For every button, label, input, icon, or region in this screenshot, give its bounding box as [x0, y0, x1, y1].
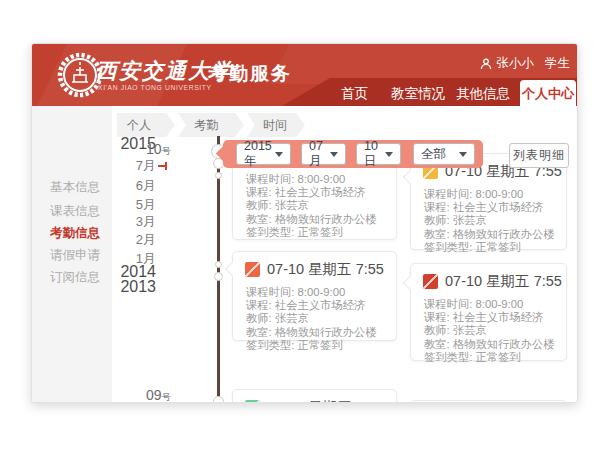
day-marker-09: 09号 — [127, 387, 171, 403]
app-title: 考勤服务 — [208, 61, 292, 87]
day-marker-10: 10号 — [127, 141, 171, 158]
card-field: 签到类型正常签到 — [246, 338, 396, 351]
header: 西安交通大学 XI'AN JIAO TONG UNIVERSITY 考勤服务 张… — [32, 44, 577, 106]
field-label: 教师 — [246, 312, 275, 324]
card-field: 教室格物致知行政办公楼 — [246, 212, 396, 225]
timeline-year-label: 2013 — [92, 278, 156, 296]
timeline-month-label: 2月 — [92, 231, 156, 249]
field-label: 课程 — [424, 201, 453, 213]
field-value: 8:00-9:00 — [297, 286, 345, 298]
user-icon — [480, 58, 492, 70]
chevron-down-icon — [330, 152, 338, 157]
timeline-month-label: 5月 — [92, 196, 156, 214]
year-dropdown-value: 2015年 — [244, 139, 275, 170]
card-field: 课程社会主义市场经济 — [246, 298, 396, 311]
field-value: 8:00-9:00 — [297, 173, 345, 185]
type-dropdown-value: 全部 — [421, 146, 446, 163]
user-name: 张小小 — [497, 55, 535, 72]
card-field: 教室格物致知行政办公楼 — [246, 325, 396, 338]
timeline-month-label: 7月 — [92, 157, 156, 175]
card-field: 课程社会主义市场经济 — [424, 310, 566, 323]
nav-tab-personal-center[interactable]: 个人中心 — [520, 80, 576, 106]
field-label: 教师 — [246, 199, 275, 211]
field-label: 签到类型 — [246, 339, 297, 351]
field-value: 8:00-9:00 — [475, 188, 523, 200]
field-value: 正常签到 — [475, 351, 520, 363]
user-info[interactable]: 张小小 学生 — [480, 55, 571, 72]
attendance-status-icon — [423, 274, 438, 289]
field-value: 正常签到 — [297, 339, 342, 351]
timeline-month-label: 6月 — [92, 177, 156, 195]
breadcrumb-item-attendance-info[interactable]: 考勤信息 — [178, 113, 244, 137]
field-value: 格物致知行政办公楼 — [275, 213, 377, 225]
card-field: 教师张芸京 — [246, 198, 396, 211]
field-value: 格物致知行政办公楼 — [453, 338, 555, 350]
month-dropdown[interactable]: 07月 — [301, 143, 346, 165]
attendance-status-icon — [245, 262, 260, 277]
field-label: 课程时间 — [246, 286, 297, 298]
field-label: 签到类型 — [424, 241, 475, 253]
type-dropdown[interactable]: 全部 — [413, 143, 475, 165]
field-value: 社会主义市场经济 — [453, 201, 543, 213]
card-field: 教师张芸京 — [424, 323, 566, 336]
field-label: 课程时间 — [246, 173, 297, 185]
field-value: 格物致知行政办公楼 — [275, 326, 377, 338]
card-field: 签到类型正常签到 — [246, 225, 396, 238]
stage: 西安交通大学 XI'AN JIAO TONG UNIVERSITY 考勤服务 张… — [0, 0, 600, 450]
field-label: 课程 — [424, 311, 453, 323]
card-field: 教师张芸京 — [424, 213, 566, 226]
field-label: 课程时间 — [424, 188, 475, 200]
attendance-status-icon — [245, 400, 260, 403]
attendance-card: 07-09 星期四 7:55 — [232, 389, 397, 403]
field-value: 8:00-9:00 — [475, 298, 523, 310]
year-dropdown[interactable]: 2015年 — [236, 143, 291, 165]
field-label: 教室 — [246, 213, 275, 225]
attendance-card: 07-10 星期五 7:55 课程时间8:00-9:00 课程社会主义市场经济 … — [232, 251, 397, 341]
timeline-node — [214, 272, 223, 281]
attendance-card-partial — [410, 400, 567, 403]
breadcrumb-item-timeline[interactable]: 时间轴 — [247, 113, 305, 137]
list-detail-button[interactable]: 列表明细 — [509, 143, 569, 168]
chevron-down-icon — [275, 152, 283, 157]
field-label: 签到类型 — [424, 351, 475, 363]
filter-bar: 2015年 07月 10日 全部 — [223, 140, 483, 168]
card-date: 07-10 星期五 7:55 — [267, 260, 384, 279]
timeline-month-label: 3月 — [92, 213, 156, 231]
timeline-node — [213, 396, 224, 403]
nav-item-home[interactable]: 首页 — [341, 85, 368, 103]
card-field: 教室格物致知行政办公楼 — [424, 337, 566, 350]
field-label: 教室 — [246, 326, 275, 338]
nav-item-other-info[interactable]: 其他信息 — [456, 85, 510, 103]
field-label: 教室 — [424, 228, 453, 240]
field-value: 张芸京 — [275, 199, 309, 211]
attendance-card: 07-10 星期五 7:55 课程时间8:00-9:00 课程社会主义市场经济 … — [410, 263, 567, 361]
day-dropdown[interactable]: 10日 — [356, 143, 401, 165]
chevron-down-icon — [459, 152, 467, 157]
field-label: 课程 — [246, 186, 275, 198]
card-field: 教师张芸京 — [246, 311, 396, 324]
field-label: 教师 — [424, 324, 453, 336]
card-date: 07-10 星期五 7:55 — [445, 272, 562, 291]
field-value: 张芸京 — [453, 324, 487, 336]
card-field: 课程社会主义市场经济 — [246, 185, 396, 198]
university-name-en: XI'AN JIAO TONG UNIVERSITY — [98, 84, 212, 91]
nav-item-classroom[interactable]: 教室情况 — [391, 85, 445, 103]
field-value: 社会主义市场经济 — [275, 186, 365, 198]
field-value: 正常签到 — [297, 226, 342, 238]
breadcrumb-item-personal-center[interactable]: 个人中心 — [117, 113, 175, 137]
field-label: 教师 — [424, 214, 453, 226]
card-field: 签到类型正常签到 — [424, 350, 566, 363]
timeline-node — [215, 261, 222, 268]
card-field: 课程时间8:00-9:00 — [424, 297, 566, 310]
card-field: 课程时间8:00-9:00 — [424, 187, 566, 200]
field-label: 教室 — [424, 338, 453, 350]
card-field: 教室格物致知行政办公楼 — [424, 227, 566, 240]
chevron-down-icon — [385, 152, 393, 157]
field-value: 张芸京 — [453, 214, 487, 226]
month-dropdown-value: 07月 — [309, 139, 330, 170]
field-label: 课程时间 — [424, 298, 475, 310]
current-month-marker — [158, 165, 165, 167]
field-label: 课程 — [246, 299, 275, 311]
user-role: 学生 — [545, 55, 570, 72]
field-value: 格物致知行政办公楼 — [453, 228, 555, 240]
